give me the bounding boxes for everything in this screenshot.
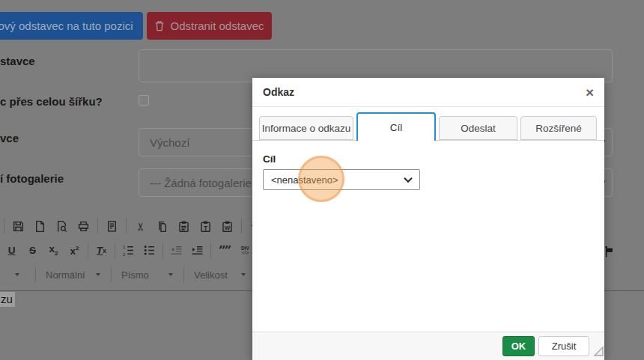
- format-combo[interactable]: Normální: [41, 266, 106, 284]
- editor-toolbar-row-1: ✂TW: [0, 216, 265, 237]
- size-combo-value: Velikost: [194, 269, 228, 281]
- svg-text:T: T: [204, 224, 208, 231]
- blockquote-icon[interactable]: ””: [215, 241, 234, 260]
- indent-icon[interactable]: [188, 241, 207, 260]
- font-combo[interactable]: Písmo: [117, 266, 178, 284]
- link-dialog: Odkaz × Informace o odkazu Cíl Odeslat R…: [252, 78, 604, 360]
- svg-text:2: 2: [123, 252, 125, 257]
- cancel-button[interactable]: Zrušit: [538, 336, 589, 356]
- svg-text:W: W: [225, 225, 231, 231]
- caret-down-icon: [15, 273, 19, 276]
- editor-toolbar-row-2: USx2x2Tx12””DIV</>: [0, 240, 261, 260]
- target-field-label: Cíl: [263, 153, 594, 165]
- delete-paragraph-button[interactable]: Odstranit odstavec: [147, 12, 272, 40]
- editor-selected-text[interactable]: zu: [0, 292, 15, 307]
- remove-format-icon[interactable]: Tx: [92, 241, 111, 260]
- gallery-select-value: --- Žádná fotogalerie: [150, 177, 252, 189]
- dialog-footer: OK Zrušit: [252, 332, 604, 360]
- caret-down-icon: [241, 273, 246, 276]
- resize-handle-icon[interactable]: [593, 346, 604, 359]
- paste-text-icon[interactable]: T: [196, 216, 215, 236]
- target-select-value: <nenastaveno>: [271, 174, 338, 186]
- close-icon[interactable]: ×: [586, 85, 594, 100]
- page-background: ový odstavec na tuto pozici Odstranit od…: [0, 0, 644, 360]
- font-combo-value: Písmo: [121, 269, 149, 281]
- chevron-down-icon: [404, 174, 412, 183]
- strikethrough-icon[interactable]: S: [23, 241, 42, 260]
- toolbar-separator: [210, 243, 211, 258]
- field-label-nadpis: stavce: [0, 55, 35, 67]
- trash-icon: [154, 20, 165, 31]
- tab-rozsirene[interactable]: Rozšířené: [520, 116, 597, 140]
- copy-icon[interactable]: [153, 216, 171, 236]
- toolbar-separator: [115, 243, 115, 258]
- tab-odeslat[interactable]: Odeslat: [439, 116, 517, 140]
- svg-text:1: 1: [123, 245, 125, 249]
- toolbar-separator: [111, 267, 112, 282]
- flag-icon[interactable]: [603, 245, 616, 261]
- toolbar-separator: [162, 243, 163, 258]
- dialog-title: Odkaz: [263, 86, 294, 98]
- toolbar-separator: [97, 219, 98, 234]
- styles-combo[interactable]: [4, 266, 30, 284]
- target-select[interactable]: <nenastaveno>: [263, 169, 420, 190]
- toolbar-separator: [88, 243, 88, 258]
- editor-toolbar-row-3: Normální Písmo Velikost: [0, 264, 258, 285]
- outdent-icon: [167, 241, 186, 260]
- numbered-list-icon[interactable]: 12: [119, 241, 138, 260]
- tab-informace-o-odkazu[interactable]: Informace o odkazu: [259, 116, 353, 140]
- field-label-style: vce: [0, 132, 19, 144]
- toolbar-separator: [241, 219, 242, 234]
- print-icon[interactable]: [74, 216, 93, 236]
- paste-icon[interactable]: [174, 216, 193, 236]
- caret-down-icon: [168, 273, 173, 276]
- toolbar-separator: [4, 219, 4, 234]
- templates-icon[interactable]: [103, 216, 121, 236]
- superscript-icon[interactable]: x2: [65, 241, 84, 260]
- field-label-gallery: í fotogalerie: [0, 172, 64, 185]
- dialog-body: Cíl <nenastaveno>: [252, 141, 604, 203]
- dialog-header: Odkaz ×: [252, 78, 604, 107]
- delete-paragraph-label: Odstranit odstavec: [170, 19, 264, 32]
- caret-down-icon: [96, 273, 100, 276]
- cut-icon[interactable]: ✂: [131, 216, 150, 236]
- new-page-icon[interactable]: [31, 216, 49, 236]
- subscript-icon[interactable]: x2: [44, 241, 63, 260]
- format-combo-value: Normální: [46, 269, 85, 281]
- fullwidth-checkbox[interactable]: [139, 95, 149, 106]
- dialog-tabbar: Informace o odkazu Cíl Odeslat Rozšířené: [252, 107, 604, 141]
- insert-paragraph-button[interactable]: ový odstavec na tuto pozici: [0, 12, 143, 40]
- underline-icon[interactable]: U: [2, 241, 21, 260]
- style-select-value: Výchozí: [150, 136, 189, 149]
- paste-word-icon[interactable]: W: [218, 216, 237, 236]
- save-icon[interactable]: [9, 216, 28, 236]
- preview-icon[interactable]: [52, 216, 71, 236]
- field-label-fullwidth: c přes celou šířku?: [0, 95, 103, 108]
- toolbar-separator: [183, 267, 184, 282]
- toolbar-separator: [126, 219, 127, 234]
- bulleted-list-icon[interactable]: [140, 241, 159, 260]
- tab-cil[interactable]: Cíl: [356, 112, 436, 141]
- toolbar-separator: [35, 267, 36, 282]
- size-combo[interactable]: Velikost: [189, 266, 251, 284]
- ok-button[interactable]: OK: [502, 336, 535, 356]
